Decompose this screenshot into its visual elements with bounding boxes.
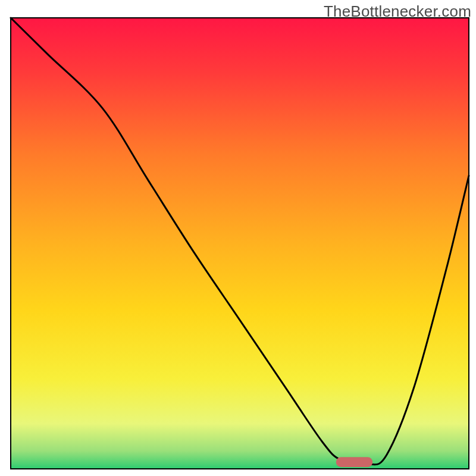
optimal-range-pill bbox=[336, 457, 373, 467]
plot-area bbox=[11, 18, 469, 469]
chart-stage: TheBottlenecker.com bbox=[0, 0, 476, 476]
watermark-text: TheBottlenecker.com bbox=[324, 2, 471, 21]
bottleneck-chart bbox=[0, 0, 476, 476]
